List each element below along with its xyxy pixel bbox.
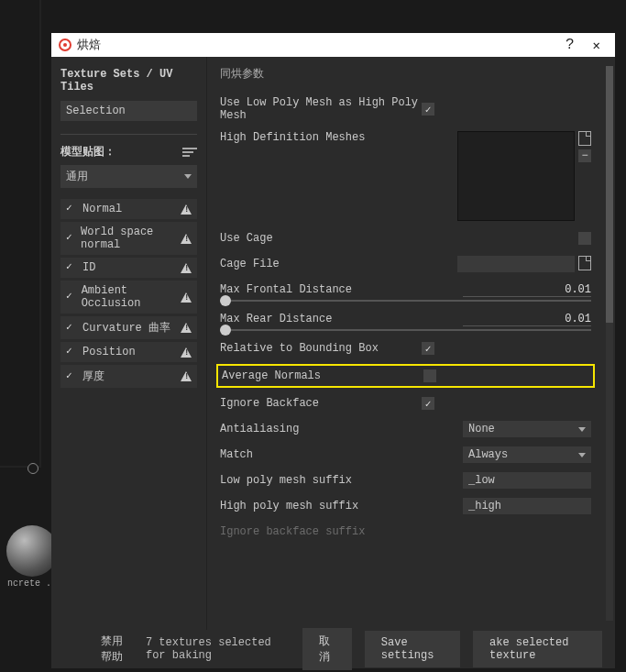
- save-settings-button[interactable]: Save settings: [365, 631, 460, 667]
- average-normals-checkbox[interactable]: [423, 369, 436, 382]
- warning-icon: [181, 204, 192, 215]
- average-normals-highlight: Average Normals: [216, 364, 595, 388]
- footer: 禁用帮助 7 textures selected for baking 取消 S…: [51, 630, 615, 668]
- slider-thumb[interactable]: [220, 325, 231, 336]
- selection-label: Selection: [66, 105, 126, 117]
- check-icon: [66, 233, 75, 244]
- high-suffix-value: _high: [468, 500, 501, 512]
- thumb-label: ncrete ..: [7, 578, 57, 589]
- antialiasing-value: None: [468, 423, 495, 435]
- mesh-item-position[interactable]: Position: [60, 342, 197, 362]
- ignore-bf-suffix-label: Ignore backface suffix: [220, 525, 422, 538]
- match-select[interactable]: Always: [463, 446, 591, 463]
- high-suffix-field[interactable]: _high: [463, 498, 591, 514]
- warning-icon: [181, 292, 192, 303]
- ignore-backface-label: Ignore Backface: [220, 397, 422, 410]
- use-cage-label: Use Cage: [220, 232, 422, 245]
- mesh-item-label: Normal: [82, 203, 122, 215]
- warning-icon: [181, 323, 192, 333]
- warning-icon: [181, 347, 192, 358]
- cage-file-label: Cage File: [220, 258, 422, 270]
- use-low-as-high-checkbox[interactable]: [422, 103, 434, 116]
- mesh-item-label: Position: [82, 346, 136, 358]
- chevron-down-icon: [578, 427, 586, 432]
- mesh-item-label: Curvature 曲率: [82, 320, 170, 336]
- mesh-item-label: Ambient Occlusion: [82, 284, 181, 310]
- max-rear-value[interactable]: 0.01: [463, 313, 591, 326]
- selection-box[interactable]: Selection: [60, 101, 197, 121]
- mesh-item-curvature[interactable]: Curvature 曲率: [60, 316, 197, 339]
- max-frontal-slider[interactable]: [220, 300, 591, 302]
- mesh-item-label: 厚度: [82, 369, 104, 384]
- antialiasing-label: Antialiasing: [220, 423, 422, 435]
- ignore-backface-checkbox[interactable]: [422, 397, 434, 410]
- filter-icon[interactable]: [182, 148, 197, 157]
- disable-help-label[interactable]: 禁用帮助: [101, 633, 133, 665]
- common-params-header: 同烘参数: [220, 66, 591, 82]
- window-title: 烘焙: [77, 37, 555, 53]
- help-button[interactable]: ?: [555, 37, 586, 53]
- mesh-item-id[interactable]: ID: [60, 258, 197, 278]
- texture-sets-header: Texture Sets / UV Tiles: [60, 68, 197, 94]
- high-def-meshes-label: High Definition Meshes: [220, 131, 422, 144]
- mesh-maps-header: 模型贴图：: [60, 144, 115, 160]
- mesh-item-ao[interactable]: Ambient Occlusion: [60, 281, 197, 314]
- max-frontal-label: Max Frontal Distance: [220, 283, 422, 296]
- mesh-item-thickness[interactable]: 厚度: [60, 365, 197, 388]
- close-button[interactable]: ✕: [586, 38, 608, 53]
- bake-selected-button[interactable]: ake selected texture: [473, 631, 602, 667]
- check-icon: [66, 204, 77, 215]
- chevron-down-icon: [578, 453, 586, 457]
- match-value: Always: [468, 448, 508, 461]
- mesh-item-label: World space normal: [81, 226, 181, 251]
- mesh-item-label: ID: [82, 261, 95, 274]
- slider-thumb[interactable]: [220, 295, 231, 306]
- high-suffix-label: High poly mesh suffix: [220, 500, 422, 512]
- use-low-as-high-label: Use Low Poly Mesh as High Poly Mesh: [220, 96, 422, 122]
- cage-file-field[interactable]: [457, 256, 575, 272]
- use-cage-checkbox[interactable]: [578, 232, 591, 245]
- cancel-button[interactable]: 取消: [302, 628, 351, 670]
- titlebar: 烘焙 ? ✕: [51, 33, 615, 57]
- average-normals-label: Average Normals: [222, 369, 423, 382]
- match-label: Match: [220, 448, 422, 461]
- main-panel: Texture Sets / UV Tiles Selection 模型贴图： …: [51, 57, 615, 630]
- scrollbar-thumb[interactable]: [606, 66, 613, 323]
- warning-icon: [181, 371, 192, 381]
- relative-bbox-checkbox[interactable]: [422, 342, 434, 355]
- warning-icon: [181, 234, 192, 244]
- background-radio: [27, 463, 38, 474]
- background-panel-edge: [0, 0, 41, 468]
- check-icon: [66, 262, 77, 273]
- chevron-down-icon: [184, 174, 192, 179]
- max-frontal-value[interactable]: 0.01: [463, 283, 591, 297]
- low-suffix-label: Low poly mesh suffix: [220, 474, 422, 487]
- common-label: 通用: [66, 169, 88, 184]
- selected-info: 7 textures selected for baking: [146, 636, 290, 662]
- scrollbar[interactable]: [606, 66, 613, 621]
- max-rear-slider[interactable]: [220, 329, 591, 331]
- add-file-icon[interactable]: [578, 131, 591, 146]
- warning-icon: [181, 263, 192, 273]
- check-icon: [66, 347, 77, 358]
- check-icon: [66, 292, 76, 303]
- mesh-item-world-normal[interactable]: World space normal: [60, 222, 197, 255]
- low-suffix-field[interactable]: _low: [463, 472, 591, 489]
- right-column: 同烘参数 Use Low Poly Mesh as High Poly Mesh…: [207, 57, 615, 630]
- check-icon: [66, 323, 77, 334]
- max-rear-label: Max Rear Distance: [220, 313, 422, 325]
- low-suffix-value: _low: [468, 474, 495, 487]
- mesh-item-normal[interactable]: Normal: [60, 199, 197, 219]
- check-icon: [66, 371, 77, 382]
- divider: [60, 134, 197, 135]
- relative-bbox-label: Relative to Bounding Box: [220, 342, 422, 355]
- app-icon: [59, 39, 71, 51]
- common-dropdown[interactable]: 通用: [60, 165, 197, 188]
- high-def-meshes-list[interactable]: [457, 131, 575, 221]
- browse-file-icon[interactable]: [578, 256, 591, 270]
- left-column: Texture Sets / UV Tiles Selection 模型贴图： …: [51, 57, 207, 630]
- antialiasing-select[interactable]: None: [463, 421, 591, 437]
- remove-icon[interactable]: −: [578, 149, 591, 162]
